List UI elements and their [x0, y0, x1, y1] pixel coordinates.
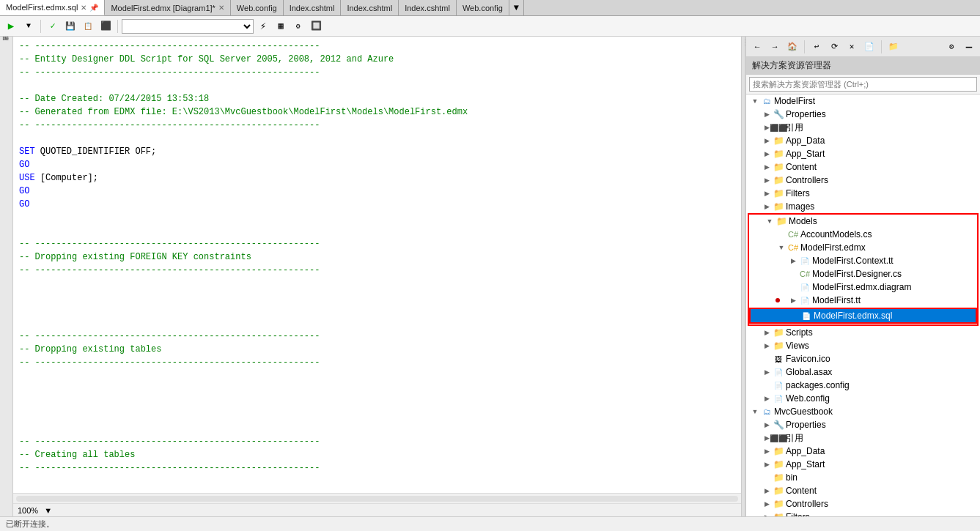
code-line: -- Dropping existing tables: [13, 343, 741, 356]
tree-item-global-asax[interactable]: ▶ 📄 Global.asax: [746, 365, 980, 379]
tree-item-modelfirst-sql[interactable]: ▶ 📄 ModelFirst.edmx.sql: [751, 309, 976, 322]
expander-mvc-properties[interactable]: ▶: [761, 419, 773, 431]
tree-item-mvc-controllers[interactable]: ▶ 📁 Controllers: [746, 497, 980, 510]
tree-item-content[interactable]: ▶ 📁 Content: [746, 160, 980, 174]
se-back-btn[interactable]: ←: [749, 39, 765, 55]
tree-item-mvc-properties[interactable]: ▶ 🔧 Properties: [746, 418, 980, 431]
expander-images[interactable]: ▶: [761, 201, 773, 212]
tab-overflow-button[interactable]: ▼: [509, 0, 524, 15]
tree-item-modelfirst-root[interactable]: ▼ 🗂 ModelFirst: [746, 94, 980, 108]
tab-web-config[interactable]: Web.config: [231, 0, 284, 15]
tree-label-mvc-content: Content: [786, 486, 817, 496]
connect-btn[interactable]: ⚡: [255, 18, 271, 34]
tab-index-cshtml-3[interactable]: Index.cshtml: [399, 0, 457, 15]
se-new-btn[interactable]: 📁: [885, 39, 902, 55]
tree-item-scripts[interactable]: ▶ 📁 Scripts: [746, 326, 980, 339]
expander-content[interactable]: ▶: [761, 161, 773, 173]
se-home-btn[interactable]: 🏠: [784, 39, 800, 55]
tree-item-filters[interactable]: ▶ 📁 Filters: [746, 187, 980, 200]
tree-item-modelfirst-tt[interactable]: ▶ 📄 ModelFirst.tt: [749, 294, 977, 307]
se-sync-btn[interactable]: ↩: [808, 39, 825, 55]
tree-item-favicon[interactable]: ▶ 🖼 Favicon.ico: [746, 352, 980, 365]
tree-item-account-models[interactable]: ▶ C# AccountModels.cs: [749, 228, 977, 241]
toolbar-btn-3[interactable]: 📋: [80, 18, 96, 34]
expander-global-asax[interactable]: ▶: [761, 366, 773, 378]
expander-filters[interactable]: ▶: [761, 187, 773, 199]
tree-item-views[interactable]: ▶ 📁 Views: [746, 339, 980, 352]
expander-properties[interactable]: ▶: [761, 108, 773, 120]
tree-item-designer-cs[interactable]: ▶ C# ModelFirst.Designer.cs: [749, 267, 977, 281]
expander-mvc-app-data[interactable]: ▶: [761, 445, 773, 457]
tree-item-yinyong[interactable]: ▶ ⬛⬛ 引用: [746, 121, 980, 134]
toolbar-btn-4[interactable]: ⚙: [290, 18, 306, 34]
toolbar-btn-2[interactable]: ▼: [21, 18, 37, 34]
toolbar-btn-5[interactable]: 🔲: [308, 18, 324, 34]
se-properties-btn[interactable]: 📄: [861, 39, 877, 55]
tab-modelfirst-sql[interactable]: ModelFirst.edmx.sql ✕ 📌: [0, 0, 105, 15]
expander-modelfirst[interactable]: ▼: [749, 95, 761, 107]
tree-label-edmx-diagram: ModelFirst.edmx.diagram: [812, 282, 911, 292]
se-settings-btn[interactable]: ⚙: [943, 39, 959, 55]
se-refresh-btn[interactable]: ⟳: [826, 39, 842, 55]
zoom-dropdown[interactable]: ▼: [44, 506, 52, 515]
tree-item-edmx-diagram[interactable]: ▶ 📄 ModelFirst.edmx.diagram: [749, 281, 977, 294]
tab-close-icon[interactable]: ✕: [81, 4, 86, 12]
tree-item-app-data[interactable]: ▶ 📁 App_Data: [746, 134, 980, 147]
tree-item-mvc-bin[interactable]: ▶ 📁 bin: [746, 471, 980, 484]
tree-item-properties[interactable]: ▶ 🔧 Properties: [746, 108, 980, 121]
solution-explorer-search[interactable]: [749, 77, 977, 92]
tab-modelfirst-diagram[interactable]: ModelFirst.edmx [Diagram1]* ✕: [105, 0, 230, 15]
tree-label-mvcguestbook: MvcGuestbook: [774, 406, 833, 417]
tab-index-cshtml-2[interactable]: Index.cshtml: [341, 0, 399, 15]
save-button[interactable]: 💾: [62, 18, 78, 34]
tab-index-cshtml-1[interactable]: Index.cshtml: [284, 0, 342, 15]
tree-item-mvc-content[interactable]: ▶ 📁 Content: [746, 484, 980, 497]
code-line: -- Date Created: 07/24/2015 13:53:18: [13, 92, 741, 105]
expander-modelfirst-edmx[interactable]: ▼: [775, 242, 787, 253]
tree-item-controllers[interactable]: ▶ 📁 Controllers: [746, 174, 980, 187]
expander-web-config[interactable]: ▶: [761, 393, 773, 404]
expander-modelfirst-tt[interactable]: ▶: [787, 294, 799, 306]
tree-item-web-config[interactable]: ▶ 📄 Web.config: [746, 392, 980, 405]
tree-item-mvc-filters[interactable]: ▶ 📁 Filters: [746, 510, 980, 516]
expander-app-data[interactable]: ▶: [761, 135, 773, 146]
horizontal-scrollbar[interactable]: [13, 493, 741, 503]
tab-pin-icon[interactable]: 📌: [89, 4, 98, 12]
grid-btn[interactable]: ▦: [273, 18, 289, 34]
editor-content[interactable]: -- -------------------------------------…: [13, 37, 741, 493]
tree-item-mvcguestbook-root[interactable]: ▼ 🗂 MvcGuestbook: [746, 405, 980, 418]
tree-item-mvc-yinyong[interactable]: ▶ ⬛⬛ 引用: [746, 431, 980, 445]
expander-mvc-filters[interactable]: ▶: [761, 511, 773, 516]
tab-web-config-2[interactable]: Web.config: [457, 0, 509, 15]
se-stop-btn[interactable]: ✕: [844, 39, 860, 55]
expander-views[interactable]: ▶: [761, 340, 773, 352]
toolbar-btn-red[interactable]: ⬛: [97, 18, 114, 34]
run-button[interactable]: ▶: [3, 18, 19, 34]
tab-close-icon[interactable]: ✕: [218, 4, 224, 12]
tree-item-mvc-app-data[interactable]: ▶ 📁 App_Data: [746, 445, 980, 458]
tree-item-images[interactable]: ▶ 📁 Images: [746, 200, 980, 213]
tab-label: ModelFirst.edmx [Diagram1]*: [111, 4, 215, 12]
cs-icon-account: C#: [787, 229, 799, 240]
tree-item-mvc-app-start[interactable]: ▶ 📁 App_Start: [746, 458, 980, 471]
expander-mvc-app-start[interactable]: ▶: [761, 458, 773, 470]
expander-mvcguestbook[interactable]: ▼: [749, 406, 761, 417]
se-forward-btn[interactable]: →: [767, 39, 783, 55]
expander-context-tt[interactable]: ▶: [787, 255, 799, 267]
expander-models[interactable]: ▼: [764, 215, 775, 227]
solution-explorer-toolbar: ← → 🏠 ↩ ⟳ ✕ 📄 📁 ⚙ —: [746, 37, 980, 57]
se-close-btn[interactable]: —: [961, 39, 977, 55]
tree-item-packages-config[interactable]: ▶ 📄 packages.config: [746, 379, 980, 392]
tree-item-context-tt[interactable]: ▶ 📄 ModelFirst.Context.tt: [749, 254, 977, 267]
checkmark-button[interactable]: ✓: [45, 18, 61, 34]
expander-mvc-content[interactable]: ▶: [761, 485, 773, 497]
expander-scripts[interactable]: ▶: [761, 327, 773, 338]
connection-dropdown[interactable]: [122, 19, 254, 34]
expander-mvc-controllers[interactable]: ▶: [761, 498, 773, 510]
expander-controllers[interactable]: ▶: [761, 174, 773, 186]
tree-view[interactable]: ▼ 🗂 ModelFirst ▶ 🔧 Properties ▶ ⬛⬛: [746, 94, 980, 516]
tree-item-modelfirst-edmx[interactable]: ▼ C# ModelFirst.edmx: [749, 241, 977, 254]
tree-item-app-start[interactable]: ▶ 📁 App_Start: [746, 147, 980, 160]
tree-item-models[interactable]: ▼ 📁 Models: [749, 215, 977, 228]
expander-app-start[interactable]: ▶: [761, 148, 773, 160]
